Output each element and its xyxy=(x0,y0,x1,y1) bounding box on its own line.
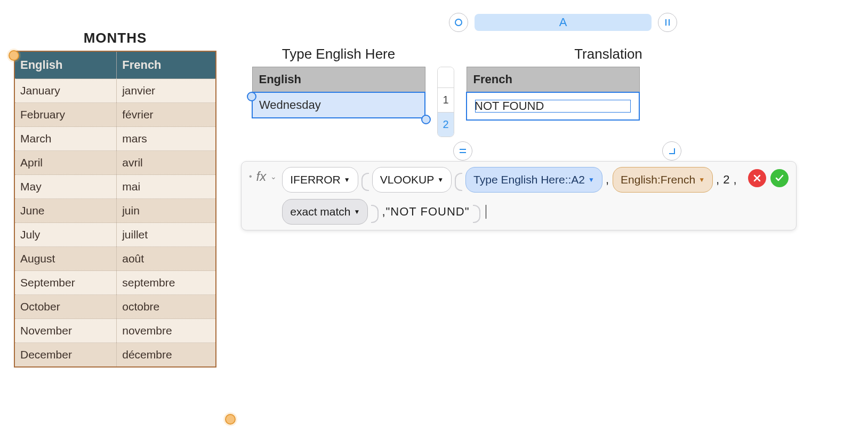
translation-table[interactable]: French NOT FOUND xyxy=(466,67,640,121)
resize-corner-button[interactable] xyxy=(662,141,681,161)
cell-fr[interactable]: juin xyxy=(117,199,216,223)
table-resize-handle-top-left[interactable] xyxy=(9,50,19,61)
row-number-1[interactable]: 1 xyxy=(438,87,454,112)
paren-close-icon xyxy=(371,205,379,223)
cell-fr[interactable]: septembre xyxy=(117,271,216,295)
cell-en[interactable]: December xyxy=(14,343,117,368)
cell-en[interactable]: February xyxy=(14,103,117,127)
cell-selection-handle-bottom-right[interactable] xyxy=(421,115,431,124)
months-table-container: MONTHS English French Januaryjanvier Feb… xyxy=(14,30,216,368)
chevron-down-icon[interactable]: ⌄ xyxy=(270,172,277,181)
output-table-title: Translation xyxy=(521,46,695,62)
table-row: Februaryfévrier xyxy=(14,103,216,127)
table-row: Decemberdécembre xyxy=(14,343,216,368)
cancel-button[interactable] xyxy=(748,169,766,187)
cell-en[interactable]: May xyxy=(14,175,117,199)
cell-fr[interactable]: janvier xyxy=(117,79,216,103)
comma-separator: , xyxy=(733,170,737,190)
add-row-button[interactable] xyxy=(453,141,472,161)
input-cell-value[interactable]: Wednesday xyxy=(252,92,425,118)
input-table[interactable]: English Wednesday xyxy=(252,67,425,118)
cell-en[interactable]: October xyxy=(14,295,117,319)
text-cursor xyxy=(486,205,487,219)
fx-label[interactable]: fx ⌄ xyxy=(249,167,277,184)
input-header-english[interactable]: English xyxy=(252,67,425,93)
table-row: Julyjuillet xyxy=(14,223,216,247)
months-header-english[interactable]: English xyxy=(14,51,117,79)
right-panel: A Type English Here Translation English … xyxy=(252,13,694,165)
add-column-button[interactable] xyxy=(658,13,677,32)
table-row: Augustaoût xyxy=(14,247,216,271)
months-title: MONTHS xyxy=(14,30,216,46)
table-row: Aprilavril xyxy=(14,151,216,175)
output-cell-value[interactable]: NOT FOUND xyxy=(467,92,639,120)
literal-string: ,"NOT FOUND" xyxy=(382,202,469,222)
table-row: Octoberoctobre xyxy=(14,295,216,319)
cell-fr[interactable]: mars xyxy=(117,127,216,151)
comma-separator: , xyxy=(606,170,609,190)
table-row: Junejuin xyxy=(14,199,216,223)
cell-fr[interactable]: novembre xyxy=(117,319,216,343)
table-row: Novembernovembre xyxy=(14,319,216,343)
input-table-title: Type English Here xyxy=(252,46,425,62)
table-row: Septemberseptembre xyxy=(14,271,216,295)
cell-fr[interactable]: avril xyxy=(117,151,216,175)
cell-fr[interactable]: mai xyxy=(117,175,216,199)
cell-en[interactable]: August xyxy=(14,247,117,271)
token-range-reference[interactable]: English:French▼ xyxy=(613,167,713,193)
cell-selection-handle-top-left[interactable] xyxy=(247,92,256,101)
cell-fr[interactable]: octobre xyxy=(117,295,216,319)
paren-close-icon xyxy=(473,205,480,223)
token-function-vlookup[interactable]: VLOOKUP▼ xyxy=(372,167,452,193)
cell-en[interactable]: April xyxy=(14,151,117,175)
row-number-column: 1 2 xyxy=(437,67,454,137)
row-number-2[interactable]: 2 xyxy=(438,112,454,137)
row-header-blank xyxy=(438,67,454,87)
cell-en[interactable]: November xyxy=(14,319,117,343)
table-row: Marchmars xyxy=(14,127,216,151)
table-resize-handle-bottom-right[interactable] xyxy=(225,414,236,425)
formula-content[interactable]: IFERROR▼ VLOOKUP▼ Type English Here::A2▼… xyxy=(282,167,743,225)
cell-fr[interactable]: juillet xyxy=(117,223,216,247)
column-header-tab-a[interactable]: A xyxy=(475,14,652,31)
table-row: Januaryjanvier xyxy=(14,79,216,103)
comma-separator: , xyxy=(716,170,720,190)
cell-en[interactable]: July xyxy=(14,223,117,247)
column-header-controls: A xyxy=(252,13,694,34)
literal-number: 2 xyxy=(723,170,730,190)
cell-en[interactable]: September xyxy=(14,271,117,295)
token-cell-reference[interactable]: Type English Here::A2▼ xyxy=(465,167,602,193)
cell-en[interactable]: March xyxy=(14,127,117,151)
months-table[interactable]: English French Januaryjanvier Februaryfé… xyxy=(14,51,216,368)
paren-open-icon xyxy=(455,173,462,191)
accept-button[interactable] xyxy=(770,169,789,187)
table-row: Maymai xyxy=(14,175,216,199)
cell-fr[interactable]: février xyxy=(117,103,216,127)
column-origin-button[interactable] xyxy=(449,13,468,32)
formula-editor[interactable]: fx ⌄ IFERROR▼ VLOOKUP▼ Type English Here… xyxy=(241,161,797,230)
fx-text: fx xyxy=(256,169,267,184)
cell-en[interactable]: January xyxy=(14,79,117,103)
paren-open-icon xyxy=(361,173,369,191)
svg-point-0 xyxy=(455,19,462,26)
cell-fr[interactable]: août xyxy=(117,247,216,271)
cell-fr[interactable]: décembre xyxy=(117,343,216,368)
formula-action-buttons xyxy=(748,167,789,187)
output-header-french[interactable]: French xyxy=(467,67,639,93)
output-cell-text: NOT FOUND xyxy=(473,98,632,114)
cell-en[interactable]: June xyxy=(14,199,117,223)
token-function-iferror[interactable]: IFERROR▼ xyxy=(282,167,358,193)
token-option-exact-match[interactable]: exact match▼ xyxy=(282,199,368,225)
months-header-french[interactable]: French xyxy=(117,51,216,79)
